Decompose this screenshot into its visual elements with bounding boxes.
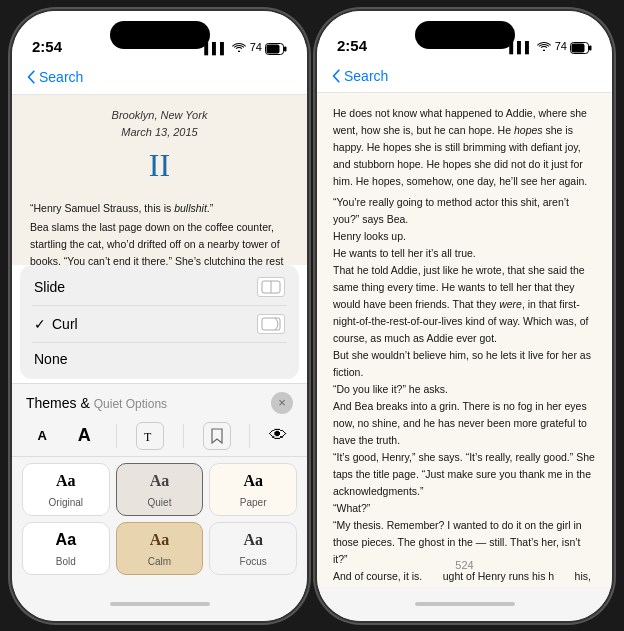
- nav-bar-left[interactable]: Search: [12, 61, 307, 95]
- transition-curl-row: ✓ Curl: [34, 316, 78, 332]
- curl-check: ✓: [34, 316, 46, 332]
- theme-bold[interactable]: Aa Bold: [22, 522, 110, 575]
- font-controls-row: A A T 👁: [12, 418, 307, 457]
- svg-rect-9: [572, 43, 585, 52]
- theme-bold-label: Bold: [56, 556, 76, 567]
- right-para-7: “Do you like it?” he asks.: [333, 381, 596, 398]
- home-indicator-left: [110, 602, 210, 606]
- book-location: Brooklyn, New York: [30, 107, 289, 124]
- book-para-2: Bea slams the last page down on the coff…: [30, 219, 289, 265]
- font-large-button[interactable]: A: [72, 423, 97, 448]
- curl-icon: [257, 314, 285, 334]
- transition-none[interactable]: None: [20, 343, 299, 375]
- phones-container: 2:54 ▌▌▌ 74 Se: [12, 11, 612, 621]
- theme-calm-display: Aa: [123, 531, 197, 549]
- theme-original-label: Original: [49, 497, 83, 508]
- transition-slide[interactable]: Slide: [20, 269, 299, 305]
- back-label-right: Search: [344, 68, 388, 84]
- wifi-icon-right: [537, 40, 551, 53]
- themes-title-row: Themes & Quiet Options ×: [12, 392, 307, 418]
- status-icons-left: ▌▌▌ 74: [204, 41, 287, 54]
- time-right: 2:54: [337, 37, 367, 54]
- back-label-left: Search: [39, 69, 83, 85]
- theme-focus-display: Aa: [216, 531, 290, 549]
- theme-original-display: Aa: [29, 472, 103, 490]
- dynamic-island-left: [110, 21, 210, 49]
- page-number: 524: [455, 557, 473, 575]
- theme-quiet-display: Aa: [123, 472, 197, 490]
- bottom-bar-right: [317, 587, 612, 620]
- status-bar-right: 2:54 ▌▌▌ 74: [317, 11, 612, 60]
- book-header: Brooklyn, New York March 13, 2015 II: [30, 107, 289, 191]
- signal-icon: ▌▌▌: [204, 42, 227, 54]
- status-icons-right: ▌▌▌ 74: [509, 40, 592, 53]
- none-label: None: [34, 351, 67, 367]
- right-para-2: “You’re really going to method actor thi…: [333, 194, 596, 228]
- svg-rect-2: [267, 44, 280, 53]
- book-content-right: He does not know what happened to Addie,…: [317, 93, 612, 587]
- right-para-5: That he told Addie, just like he wrote, …: [333, 262, 596, 347]
- slide-icon: [257, 277, 285, 297]
- right-para-3: Henry looks up.: [333, 228, 596, 245]
- theme-calm[interactable]: Aa Calm: [116, 522, 204, 575]
- right-para-6: But she wouldn’t believe him, so he lets…: [333, 347, 596, 381]
- theme-quiet-label: Quiet: [148, 497, 172, 508]
- theme-original[interactable]: Aa Original: [22, 463, 110, 516]
- close-button[interactable]: ×: [271, 392, 293, 414]
- theme-focus[interactable]: Aa Focus: [209, 522, 297, 575]
- theme-paper-label: Paper: [240, 497, 267, 508]
- svg-rect-1: [284, 46, 287, 51]
- right-para-8: And Bea breaks into a grin. There is no …: [333, 398, 596, 449]
- back-button-right[interactable]: Search: [331, 68, 388, 84]
- book-text-left: “Henry Samuel Strauss, this is bullshit.…: [30, 200, 289, 264]
- left-phone-frame: 2:54 ▌▌▌ 74 Se: [12, 11, 307, 621]
- theme-paper[interactable]: Aa Paper: [209, 463, 297, 516]
- transition-curl[interactable]: ✓ Curl: [20, 306, 299, 342]
- theme-grid: Aa Original Aa Quiet Aa Paper Aa Bold: [12, 457, 307, 583]
- font-small-button[interactable]: A: [31, 426, 52, 445]
- signal-icon-right: ▌▌▌: [509, 41, 532, 53]
- left-phone: 2:54 ▌▌▌ 74 Se: [12, 11, 307, 621]
- book-para-1: “Henry Samuel Strauss, this is bullshit.…: [30, 200, 289, 217]
- book-date: March 13, 2015: [30, 124, 289, 141]
- quiet-options-label: Quiet Options: [94, 397, 167, 411]
- theme-focus-label: Focus: [240, 556, 267, 567]
- eye-icon[interactable]: 👁: [269, 425, 287, 446]
- book-chapter: II: [30, 141, 289, 191]
- dynamic-island-right: [415, 21, 515, 49]
- themes-label: Themes &: [26, 395, 94, 411]
- nav-bar-right[interactable]: Search: [317, 60, 612, 93]
- font-style-icon[interactable]: T: [136, 422, 164, 450]
- font-bookmark-icon[interactable]: [203, 422, 231, 450]
- right-para-4: He wants to tell her it’s all true.: [333, 245, 596, 262]
- right-phone-frame: 2:54 ▌▌▌ 74 Se: [317, 11, 612, 621]
- font-divider-2: [183, 424, 184, 448]
- slide-label: Slide: [34, 279, 65, 295]
- battery-icon-right: 74: [555, 40, 592, 53]
- svg-rect-5: [262, 318, 280, 330]
- bottom-bar-left: [12, 587, 307, 621]
- right-para-10: “What?”: [333, 500, 596, 517]
- theme-quiet[interactable]: Aa Quiet: [116, 463, 204, 516]
- theme-calm-label: Calm: [148, 556, 171, 567]
- themes-label-group: Themes & Quiet Options: [26, 394, 167, 412]
- time-left: 2:54: [32, 38, 62, 55]
- right-para-9: “It’s good, Henry,” she says. “It’s real…: [333, 449, 596, 500]
- curl-label: Curl: [52, 316, 78, 332]
- transition-panel[interactable]: Slide ✓ Curl: [20, 265, 299, 379]
- status-bar-left: 2:54 ▌▌▌ 74: [12, 11, 307, 61]
- theme-paper-display: Aa: [216, 472, 290, 490]
- battery-icon: 74: [250, 41, 287, 54]
- transition-none-row: None: [34, 351, 67, 367]
- font-divider-3: [249, 424, 250, 448]
- right-phone: 2:54 ▌▌▌ 74 Se: [317, 11, 612, 621]
- transition-slide-row: Slide: [34, 279, 65, 295]
- themes-section: Themes & Quiet Options × A A T: [12, 383, 307, 587]
- theme-bold-display: Aa: [29, 531, 103, 549]
- wifi-icon: [232, 41, 246, 54]
- right-para-1: He does not know what happened to Addie,…: [333, 105, 596, 190]
- back-button-left[interactable]: Search: [26, 69, 83, 85]
- svg-rect-8: [589, 45, 592, 50]
- home-indicator-right: [415, 602, 515, 606]
- book-content-left: Brooklyn, New York March 13, 2015 II “He…: [12, 95, 307, 265]
